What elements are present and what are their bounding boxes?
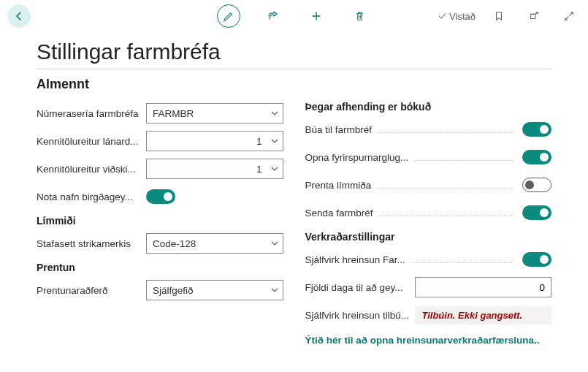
days-keep-label: Fjöldi daga til að gey...	[305, 282, 403, 293]
expand-icon	[564, 11, 574, 21]
print-method-value: Sjálfgefið	[153, 285, 194, 296]
expand-button[interactable]	[557, 4, 581, 28]
open-query-label: Opna fyrirspurnarglug...	[305, 152, 409, 163]
right-column: Þegar afhending er bókuð Búa til farmbré…	[305, 101, 552, 346]
customer-id-label: Kennitölureitur viðski...	[37, 164, 136, 175]
chevron-down-icon	[271, 286, 278, 294]
vendor-id-label: Kennitölureitur lánard...	[37, 136, 139, 147]
saved-label: Vistað	[449, 11, 476, 22]
share-icon	[267, 10, 278, 22]
auto-cleanup-status: Tilbúin. Ekki gangsett.	[415, 306, 552, 324]
trash-icon	[354, 11, 365, 22]
barcode-charset-value: Code-128	[153, 238, 196, 249]
check-icon	[438, 12, 446, 20]
back-button[interactable]	[7, 4, 31, 28]
title-divider	[37, 69, 551, 69]
page-title: Stillingar farmbréfa	[37, 39, 551, 64]
customer-id-value: 1	[256, 164, 262, 175]
chevron-down-icon	[271, 110, 278, 117]
top-toolbar: Vistað	[0, 0, 588, 32]
edit-button[interactable]	[217, 4, 240, 28]
auto-cleanup-ready-label: Sjálfvirk hreinsun tilbú...	[305, 310, 410, 321]
section-general-heading: Almennt	[37, 77, 551, 92]
barcode-charset-label: Stafasett strikamerkis	[37, 238, 131, 249]
saved-indicator: Vistað	[438, 11, 476, 22]
print-method-label: Prentunaraðferð	[37, 285, 108, 296]
subheading-printing: Prentun	[37, 262, 283, 273]
delete-button[interactable]	[348, 4, 372, 28]
popout-icon	[529, 11, 539, 21]
left-column: Númerasería farmbréfa FARMBR Kennitölure…	[37, 101, 283, 346]
auto-cleanup-label: Sjálfvirk hreinsun Far...	[305, 254, 405, 265]
use-warehouse-name-label: Nota nafn birgðagey...	[37, 191, 133, 202]
auto-cleanup-toggle[interactable]	[522, 252, 551, 267]
popout-button[interactable]	[522, 4, 546, 28]
pencil-icon	[223, 11, 234, 22]
chevron-down-icon	[271, 240, 278, 247]
subheading-posting: Þegar afhending er bókuð	[305, 101, 552, 113]
number-series-value: FARMBR	[153, 108, 194, 119]
bookmark-button[interactable]	[487, 4, 511, 28]
new-button[interactable]	[305, 4, 328, 28]
subheading-queue: Verkraðarstillingar	[305, 231, 552, 243]
plus-icon	[310, 10, 322, 22]
days-keep-input[interactable]	[415, 277, 552, 297]
print-label-label: Prenta límmiða	[305, 180, 372, 191]
open-cleanup-link[interactable]: Ýtið hér til að opna hreinsunarverkraðar…	[305, 335, 552, 346]
arrow-left-icon	[13, 10, 25, 22]
use-warehouse-name-toggle[interactable]	[146, 189, 175, 204]
create-bol-toggle[interactable]	[522, 122, 551, 137]
number-series-label: Númerasería farmbréfa	[37, 108, 139, 119]
open-query-toggle[interactable]	[522, 150, 551, 164]
bookmark-icon	[494, 11, 504, 21]
number-series-select[interactable]: FARMBR	[146, 103, 283, 124]
send-bol-label: Senda farmbréf	[305, 208, 373, 219]
vendor-id-select[interactable]: 1	[146, 131, 283, 151]
create-bol-label: Búa til farmbréf	[305, 124, 373, 135]
print-method-select[interactable]: Sjálfgefið	[146, 280, 283, 300]
send-bol-toggle[interactable]	[522, 205, 551, 220]
chevron-down-icon	[271, 137, 278, 145]
print-label-toggle[interactable]	[522, 178, 551, 192]
customer-id-select[interactable]: 1	[146, 159, 283, 179]
subheading-label-sticker: Límmiði	[37, 215, 283, 227]
barcode-charset-select[interactable]: Code-128	[146, 233, 283, 254]
share-button[interactable]	[261, 4, 284, 28]
form-content: Númerasería farmbréfa FARMBR Kennitölure…	[0, 101, 588, 360]
chevron-down-icon	[271, 165, 278, 172]
vendor-id-value: 1	[256, 136, 262, 147]
